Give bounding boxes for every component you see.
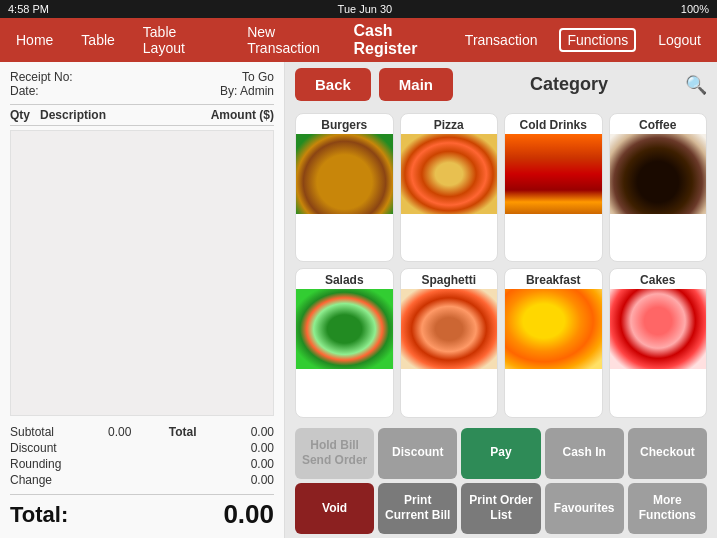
category-image [401, 134, 498, 214]
grand-total-row: Total: 0.00 [10, 494, 274, 530]
receipt-headers: Qty Description Amount ($) [10, 104, 274, 126]
category-label: Cold Drinks [505, 114, 602, 134]
nav-table-layout[interactable]: Table Layout [137, 20, 225, 60]
main-container: Receipt No: To Go Date: By: Admin Qty De… [0, 62, 717, 538]
nav-table[interactable]: Table [75, 28, 120, 52]
category-image [610, 134, 707, 214]
category-header: Back Main Category 🔍 [285, 62, 717, 107]
nav-transaction[interactable]: Transaction [459, 28, 544, 52]
category-grid: Burgers Pizza Cold Drinks Coffee Salads … [285, 107, 717, 424]
action-btn-print-order-list[interactable]: Print Order List [461, 483, 540, 534]
category-label: Breakfast [505, 269, 602, 289]
grand-total-value: 0.00 [223, 499, 274, 530]
back-button[interactable]: Back [295, 68, 371, 101]
date-label: Date: [10, 84, 39, 98]
category-image [296, 289, 393, 369]
category-label: Salads [296, 269, 393, 289]
category-item-pizza[interactable]: Pizza [400, 113, 499, 262]
discount-label: Discount [10, 441, 57, 455]
category-label: Pizza [401, 114, 498, 134]
search-icon[interactable]: 🔍 [685, 74, 707, 96]
status-bar: 4:58 PM Tue Jun 30 100% [0, 0, 717, 18]
action-btn-favourites[interactable]: Favourites [545, 483, 624, 534]
action-row-1: Hold Bill Send OrderDiscountPayCash InCh… [285, 424, 717, 483]
action-btn-print-current-bill[interactable]: Print Current Bill [378, 483, 457, 534]
category-image [505, 289, 602, 369]
action-btn-checkout[interactable]: Checkout [628, 428, 707, 479]
to-go-label: To Go [242, 70, 274, 84]
category-label: Cakes [610, 269, 707, 289]
action-row-2: VoidPrint Current BillPrint Order ListFa… [285, 483, 717, 538]
category-label: Spaghetti [401, 269, 498, 289]
action-btn-void[interactable]: Void [295, 483, 374, 534]
nav-logout[interactable]: Logout [652, 28, 707, 52]
category-item-burgers[interactable]: Burgers [295, 113, 394, 262]
col-desc: Description [40, 108, 204, 122]
status-time: 4:58 PM [8, 3, 49, 15]
receipt-info: Receipt No: To Go Date: By: Admin [10, 70, 274, 98]
nav-new-transaction[interactable]: New Transaction [241, 20, 353, 60]
subtotal-value: 0.00 [81, 425, 131, 439]
status-date: Tue Jun 30 [338, 3, 393, 15]
left-panel: Receipt No: To Go Date: By: Admin Qty De… [0, 62, 285, 538]
grand-total-label: Total: [10, 502, 68, 528]
action-btn-discount[interactable]: Discount [378, 428, 457, 479]
action-btn-pay[interactable]: Pay [461, 428, 540, 479]
category-item-salads[interactable]: Salads [295, 268, 394, 417]
by-admin-label: By: Admin [220, 84, 274, 98]
nav-title: Cash Register [353, 22, 458, 58]
action-btn-more-functions[interactable]: More Functions [628, 483, 707, 534]
category-item-coffee[interactable]: Coffee [609, 113, 708, 262]
category-image [610, 289, 707, 369]
main-button[interactable]: Main [379, 68, 453, 101]
totals-section: Subtotal 0.00 Total 0.00 Discount 0.00 R… [10, 424, 274, 488]
change-label: Change [10, 473, 52, 487]
nav-left: Home Table Table Layout New Transaction [10, 20, 353, 60]
category-title: Category [461, 74, 677, 95]
items-area[interactable] [10, 130, 274, 416]
category-item-cold-drinks[interactable]: Cold Drinks [504, 113, 603, 262]
subtotal-label: Subtotal [10, 425, 54, 439]
category-image [401, 289, 498, 369]
action-btn-hold-bill-send-order: Hold Bill Send Order [295, 428, 374, 479]
col-amt: Amount ($) [204, 108, 274, 122]
top-nav: Home Table Table Layout New Transaction … [0, 18, 717, 62]
category-label: Burgers [296, 114, 393, 134]
rounding-label: Rounding [10, 457, 61, 471]
status-battery: 100% [681, 3, 709, 15]
nav-functions[interactable]: Functions [559, 28, 636, 52]
category-label: Coffee [610, 114, 707, 134]
category-item-cakes[interactable]: Cakes [609, 268, 708, 417]
rounding-value: 0.00 [224, 457, 274, 471]
col-qty: Qty [10, 108, 40, 122]
discount-value: 0.00 [224, 441, 274, 455]
nav-right: Transaction Functions Logout [459, 28, 707, 52]
total-value: 0.00 [224, 425, 274, 439]
total-label: Total [169, 425, 197, 439]
category-item-breakfast[interactable]: Breakfast [504, 268, 603, 417]
nav-home[interactable]: Home [10, 28, 59, 52]
right-panel: Back Main Category 🔍 Burgers Pizza Cold … [285, 62, 717, 538]
action-btn-cash-in[interactable]: Cash In [545, 428, 624, 479]
change-value: 0.00 [224, 473, 274, 487]
category-image [505, 134, 602, 214]
receipt-no-label: Receipt No: [10, 70, 73, 84]
category-image [296, 134, 393, 214]
category-item-spaghetti[interactable]: Spaghetti [400, 268, 499, 417]
